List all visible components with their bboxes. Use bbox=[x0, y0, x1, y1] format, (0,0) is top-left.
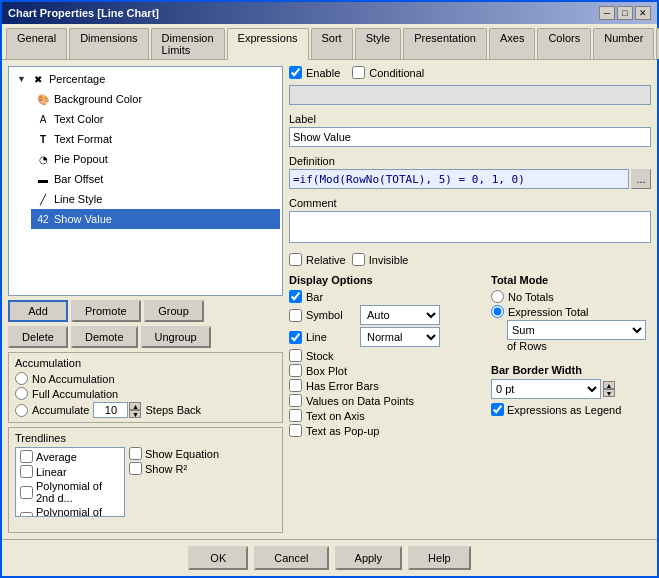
has-error-bars-checkbox[interactable] bbox=[289, 379, 302, 392]
tab-style[interactable]: Style bbox=[355, 28, 401, 59]
maximize-button[interactable]: □ bbox=[617, 6, 633, 20]
pt-select[interactable]: 0 pt 1 pt 2 pt 3 pt bbox=[491, 379, 601, 399]
conditional-input[interactable] bbox=[289, 85, 651, 105]
relative-check-wrap: Relative bbox=[289, 253, 346, 266]
trend-item-average[interactable]: Average bbox=[17, 449, 123, 464]
steps-up[interactable]: ▲ bbox=[129, 402, 141, 410]
pt-spinners: ▲ ▼ bbox=[603, 381, 615, 397]
trend-item-poly2[interactable]: Polynomial of 2nd d... bbox=[17, 479, 123, 505]
no-accumulation-radio[interactable] bbox=[15, 372, 28, 385]
line-select[interactable]: Normal Dashed Dotted bbox=[360, 327, 440, 347]
tree-item-line-style[interactable]: ╱ Line Style bbox=[31, 189, 280, 209]
demote-button[interactable]: Demote bbox=[71, 326, 138, 348]
trend-linear-check[interactable] bbox=[20, 465, 33, 478]
apply-button[interactable]: Apply bbox=[335, 546, 403, 570]
text-as-popup-checkbox[interactable] bbox=[289, 424, 302, 437]
tree-item-show-value[interactable]: 42 Show Value bbox=[31, 209, 280, 229]
accumulation-title: Accumulation bbox=[15, 357, 276, 369]
sum-select[interactable]: Sum Average Min Max bbox=[507, 320, 646, 340]
box-plot-checkbox[interactable] bbox=[289, 364, 302, 377]
add-button[interactable]: Add bbox=[8, 300, 68, 322]
show-r2-check[interactable] bbox=[129, 462, 142, 475]
stock-row: Stock bbox=[289, 349, 483, 362]
symbol-select[interactable]: Auto Circle Square bbox=[360, 305, 440, 325]
values-on-data-points-row: Values on Data Points bbox=[289, 394, 483, 407]
enable-checkbox[interactable] bbox=[289, 66, 302, 79]
tab-sort[interactable]: Sort bbox=[311, 28, 353, 59]
tree-item-show-value-label: Show Value bbox=[54, 213, 112, 225]
tab-presentation[interactable]: Presentation bbox=[403, 28, 487, 59]
no-totals-radio[interactable] bbox=[491, 290, 504, 303]
steps-input[interactable]: 10 bbox=[93, 402, 128, 418]
has-error-bars-label: Has Error Bars bbox=[306, 380, 379, 392]
trendlines-title: Trendlines bbox=[15, 432, 276, 444]
trend-item-poly3[interactable]: Polynomial of 3rd d... bbox=[17, 505, 123, 517]
close-button[interactable]: ✕ bbox=[635, 6, 651, 20]
definition-group: Definition ... bbox=[289, 155, 651, 189]
tree-item-bar-offset[interactable]: ▬ Bar Offset bbox=[31, 169, 280, 189]
promote-button[interactable]: Promote bbox=[71, 300, 141, 322]
conditional-checkbox[interactable] bbox=[352, 66, 365, 79]
box-plot-label: Box Plot bbox=[306, 365, 366, 377]
invisible-checkbox[interactable] bbox=[352, 253, 365, 266]
tab-number[interactable]: Number bbox=[593, 28, 654, 59]
tree-item-text-format[interactable]: T Text Format bbox=[31, 129, 280, 149]
tree-item-pie-popout[interactable]: ◔ Pie Popout bbox=[31, 149, 280, 169]
display-options: Display Options Bar Symbol Auto Circle S… bbox=[289, 274, 483, 533]
tab-general[interactable]: General bbox=[6, 28, 67, 59]
tab-colors[interactable]: Colors bbox=[537, 28, 591, 59]
trendlines-list[interactable]: Average Linear Polynomial of 2nd d... bbox=[15, 447, 125, 517]
tree-item-bg-color[interactable]: 🎨 Background Color bbox=[31, 89, 280, 109]
minimize-button[interactable]: ─ bbox=[599, 6, 615, 20]
text-as-popup-row: Text as Pop-up bbox=[289, 424, 483, 437]
stock-checkbox[interactable] bbox=[289, 349, 302, 362]
ok-button[interactable]: OK bbox=[188, 546, 248, 570]
bar-checkbox[interactable] bbox=[289, 290, 302, 303]
symbol-label: Symbol bbox=[306, 309, 356, 321]
bar-row: Bar bbox=[289, 290, 483, 303]
trend-linear-label: Linear bbox=[36, 466, 67, 478]
accumulate-label: Accumulate bbox=[32, 404, 89, 416]
full-accum-row: Full Accumulation bbox=[15, 387, 276, 400]
tab-dimension-limits[interactable]: Dimension Limits bbox=[151, 28, 225, 59]
trend-item-linear[interactable]: Linear bbox=[17, 464, 123, 479]
relative-checkbox[interactable] bbox=[289, 253, 302, 266]
line-checkbox[interactable] bbox=[289, 331, 302, 344]
pt-down[interactable]: ▼ bbox=[603, 389, 615, 397]
show-equation-check[interactable] bbox=[129, 447, 142, 460]
show-equation-row: Show Equation bbox=[129, 447, 219, 460]
cancel-button[interactable]: Cancel bbox=[254, 546, 328, 570]
trend-poly3-check[interactable] bbox=[20, 512, 33, 518]
tree-item-text-color[interactable]: A Text Color bbox=[31, 109, 280, 129]
bar-border-section: Bar Border Width 0 pt 1 pt 2 pt 3 pt ▲ ▼ bbox=[491, 364, 651, 416]
delete-button[interactable]: Delete bbox=[8, 326, 68, 348]
tab-dimensions[interactable]: Dimensions bbox=[69, 28, 148, 59]
steps-back-label: Steps Back bbox=[145, 404, 201, 416]
help-button[interactable]: Help bbox=[408, 546, 471, 570]
comment-input[interactable] bbox=[289, 211, 651, 243]
group-button[interactable]: Group bbox=[144, 300, 204, 322]
definition-input[interactable] bbox=[289, 169, 629, 189]
pt-up[interactable]: ▲ bbox=[603, 381, 615, 389]
tab-axes[interactable]: Axes bbox=[489, 28, 535, 59]
trend-poly2-label: Polynomial of 2nd d... bbox=[36, 480, 120, 504]
accumulate-radio[interactable] bbox=[15, 404, 28, 417]
text-on-axis-checkbox[interactable] bbox=[289, 409, 302, 422]
values-on-data-points-checkbox[interactable] bbox=[289, 394, 302, 407]
text-on-axis-row: Text on Axis bbox=[289, 409, 483, 422]
pt-select-row: 0 pt 1 pt 2 pt 3 pt ▲ ▼ bbox=[491, 379, 651, 399]
expression-total-radio[interactable] bbox=[491, 305, 504, 318]
label-input[interactable] bbox=[289, 127, 651, 147]
tab-expressions[interactable]: Expressions bbox=[227, 28, 309, 60]
ungroup-button[interactable]: Ungroup bbox=[141, 326, 211, 348]
show-r2-label: Show R² bbox=[145, 463, 187, 475]
tree-root-item[interactable]: ▼ ✖ Percentage bbox=[13, 69, 280, 89]
steps-down[interactable]: ▼ bbox=[129, 410, 141, 418]
definition-ellipsis-button[interactable]: ... bbox=[631, 169, 651, 189]
symbol-checkbox[interactable] bbox=[289, 309, 302, 322]
expr-legend-checkbox[interactable] bbox=[491, 403, 504, 416]
trend-average-check[interactable] bbox=[20, 450, 33, 463]
invisible-check-wrap: Invisible bbox=[352, 253, 409, 266]
full-accumulation-radio[interactable] bbox=[15, 387, 28, 400]
trend-poly2-check[interactable] bbox=[20, 486, 33, 499]
